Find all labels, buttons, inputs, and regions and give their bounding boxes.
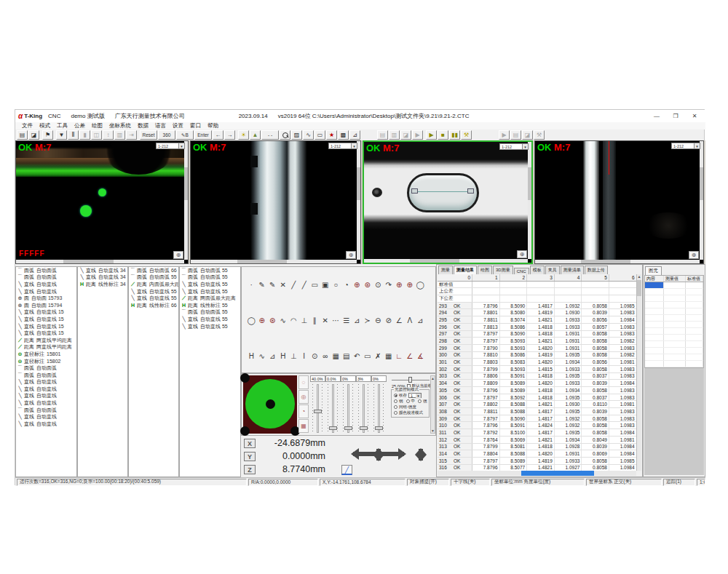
list-item[interactable]: ⌒圆弧自动圆弧 66 [129,267,178,274]
measure-tool-icon[interactable]: ✕ [278,279,289,290]
toolbar-button-360[interactable]: 360 [158,130,175,140]
table-cell[interactable]: 1.0983 [609,331,636,338]
list-item[interactable]: ╲直线自动直线 [16,288,76,295]
pan-icon[interactable]: ⊕ [689,251,699,259]
list-item[interactable]: ╲直线自动直线 34 [78,274,127,282]
camera-panel-1[interactable]: FFFFF OK M:7 1-212▾ ⊕ [15,140,189,264]
camera-panel-4[interactable]: OK M:7 1-212▾ ⊕ [534,140,704,264]
table-cell[interactable]: 0.8058 [582,387,609,394]
table-cell[interactable]: 8.5100 [500,429,528,436]
table-cell[interactable]: 1.0983 [609,373,636,380]
table-cell[interactable]: 8.5092 [500,394,528,401]
table-cell[interactable] [472,288,500,295]
element-cell[interactable] [686,335,703,340]
table-cell[interactable]: 0.8039 [582,380,609,386]
measure-tool-icon[interactable]: H [246,351,257,362]
tab-测量结果[interactable]: 测量结果 [454,266,477,274]
tab-测量清单[interactable]: 测量清单 [561,266,584,274]
table-cell[interactable]: 1.0935 [555,394,582,401]
table-row[interactable]: 297OK7.87978.50901.48181.09310.80581.098… [438,331,636,338]
list-item[interactable]: ⌒圆弧自动圆弧 55 [180,274,240,282]
camera-1-zoom-select[interactable]: 1-212▾ [156,143,179,149]
table-cell[interactable]: 1.0983 [609,324,636,330]
table-cell[interactable]: 8.5086 [500,324,528,330]
camera-3-vscrollbar[interactable] [528,142,531,259]
table-cell[interactable]: 1.0983 [609,422,636,428]
element-cell[interactable] [664,341,686,347]
list-item[interactable]: ╲直线自动直线 34 [78,267,127,274]
list-item[interactable]: ⌒圆弧自动圆弧 [16,364,76,372]
element-cell[interactable] [645,302,664,308]
light-slider[interactable]: 0.0% [325,375,341,435]
table-cell[interactable] [609,288,636,295]
toolbar-icon-button[interactable]: ↕ [103,130,114,140]
list-item[interactable]: ⌒圆弧自动圆弧 [16,267,76,274]
table-cell[interactable]: 1.0984 [609,444,636,450]
table-cell[interactable]: 1.4824 [527,422,555,428]
measure-tool-icon[interactable]: ⊥ [288,351,299,362]
row-header[interactable]: 308OK [438,408,472,415]
toolbar-icon-button[interactable]: ◫ [91,130,102,140]
table-cell[interactable]: 0.8058 [582,338,609,344]
list-item[interactable]: ⌒圆弧自动圆弧 55 [129,274,178,282]
element-cell[interactable] [686,348,703,354]
table-cell[interactable]: 8.5083 [500,359,528,365]
table-cell[interactable]: 0.8058 [582,458,609,464]
toolbar-icon-button[interactable]: ⚑ [42,130,53,140]
menu-item-设置[interactable]: 设置 [173,122,183,129]
row-header[interactable]: 300OK [438,352,472,359]
row-header[interactable]: 298OK [438,338,472,344]
table-cell[interactable]: 1.0930 [555,401,582,407]
table-cell[interactable]: 0.8039 [582,309,609,316]
menu-item-数据[interactable]: 数据 [138,122,149,129]
radio-中[interactable] [406,399,410,403]
row-header[interactable]: 311OK [438,429,472,436]
table-cell[interactable]: 8.5089 [500,387,528,394]
table-cell[interactable]: 0.8058 [582,465,609,471]
table-row[interactable]: 314OK7.88048.50881.48201.09310.80691.098… [438,450,636,458]
table-cell[interactable]: 1.0931 [555,331,582,338]
menu-item-公差[interactable]: 公差 [74,122,85,129]
measure-tool-icon[interactable]: ⊙ [373,279,384,290]
measure-tool-icon[interactable]: ∿ [278,315,289,326]
toolbar-icon-button[interactable]: ▮ [79,130,90,140]
table-cell[interactable] [582,288,609,295]
table-cell[interactable]: 7.8811 [472,408,500,415]
toolbar-icon-button[interactable]: ▼ [56,130,67,140]
element-row[interactable] [645,341,703,348]
list-item[interactable]: ╲直线自动直线 55 [180,288,240,295]
table-cell[interactable]: 8.5069 [500,437,528,443]
table-cell[interactable]: 1.0931 [555,338,582,344]
table-cell[interactable]: 1.0981 [609,359,636,365]
toolbar-icon-button[interactable]: ☀ [238,130,249,140]
list-item[interactable]: ╲直线自动直线 15 [16,330,76,337]
table-cell[interactable]: 1.4819 [527,352,555,359]
row-header[interactable]: 310OK [438,422,472,428]
tab-数据上传[interactable]: 数据上传 [585,266,608,274]
measure-tool-icon[interactable]: ✎ [267,279,278,290]
row-header[interactable]: 306OK [438,394,472,401]
table-cell[interactable]: 8.5088 [500,408,528,415]
table-cell[interactable]: 8.5080 [500,309,528,316]
table-row[interactable]: 310OK7.87968.50911.48241.09320.80581.098… [438,422,636,429]
table-cell[interactable]: 1.0933 [555,316,582,323]
table-cell[interactable] [555,295,582,302]
light-slider[interactable]: 40.0% [310,375,325,435]
light-pattern-button[interactable]: ▦ [298,419,309,433]
table-cell[interactable]: 1.0932 [555,415,582,422]
table-cell[interactable]: 0.8058 [582,415,609,422]
measure-tool-icon[interactable]: ⊿ [415,315,426,326]
measure-tool-icon[interactable]: ⊿ [352,315,363,326]
row-header[interactable]: 301OK [438,359,472,365]
element-cell[interactable] [645,361,664,367]
camera-3-hscrollbar[interactable] [364,259,528,263]
table-cell[interactable]: 7.8804 [472,450,500,457]
tab-CNC[interactable]: CNC [514,268,529,274]
measure-tool-icon[interactable]: ∡ [415,351,426,362]
row-header[interactable]: 293OK [438,303,472,309]
column-header[interactable]: 4 [555,274,582,281]
status-segment-7[interactable]: 追踪(1) [663,479,695,486]
table-row[interactable]: 298OK7.87978.50931.48211.09310.80581.098… [438,338,636,345]
row-header[interactable]: 315OK [438,458,472,464]
row-header[interactable]: 297OK [438,331,472,338]
